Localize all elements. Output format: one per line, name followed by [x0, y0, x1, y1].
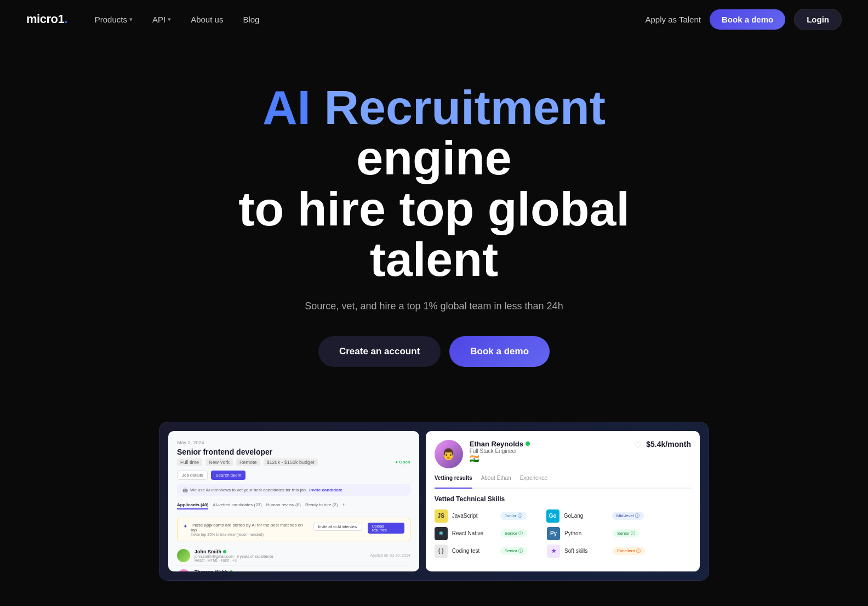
- react-icon: ⚛: [435, 527, 448, 540]
- invite-candidate-link[interactable]: Invite candidate: [309, 488, 342, 492]
- profile-name: Ethan Reynolds: [470, 440, 635, 448]
- apply-talent-link[interactable]: Apply as Talent: [646, 15, 701, 24]
- book-demo-hero-button[interactable]: Book a demo: [449, 336, 550, 367]
- profile-tabs: Vetting results About Ethan Experience: [435, 475, 691, 489]
- create-account-button[interactable]: Create an account: [318, 336, 441, 367]
- tab-vetting[interactable]: Vetting results: [435, 475, 472, 489]
- job-tags: Full time New York Remote $120k - $150k …: [177, 458, 410, 466]
- tab-more[interactable]: +: [342, 501, 345, 509]
- nav-link-products[interactable]: Products ▾: [87, 10, 140, 29]
- tab-applicants[interactable]: Applicants (40): [177, 501, 208, 509]
- nav-link-about[interactable]: About us: [183, 10, 231, 29]
- profile-role: Full Stack Engineer: [470, 448, 635, 454]
- nav-left: micro1. Products ▾ API ▾ About us Blog: [26, 10, 267, 29]
- candidate-name: Theresa Webb: [195, 569, 366, 571]
- book-demo-nav-button[interactable]: Book a demo: [710, 9, 785, 30]
- job-header: May 2, 2024 Senior frontend developer Fu…: [177, 440, 410, 496]
- candidate-info: Theresa Webb theresarobin@gmail.com · 6 …: [195, 569, 366, 571]
- coding-icon: { }: [435, 545, 448, 558]
- sort-notice-text: These applicants are sorted by AI for th…: [191, 523, 310, 533]
- status-badge: ● Open: [395, 460, 410, 465]
- nav-right: Apply as Talent Book a demo Login: [646, 9, 842, 30]
- tab-ai-vetted[interactable]: AI-vetted candidates (23): [213, 501, 261, 509]
- hero-subtitle: Source, vet, and hire a top 1% global te…: [305, 301, 563, 312]
- online-status-icon: [526, 441, 530, 446]
- ai-banner-icon: 🤖: [182, 488, 188, 492]
- skill-badge: Junior ⓘ: [500, 512, 527, 520]
- heart-icon[interactable]: ♡: [634, 440, 642, 450]
- candidate-info: John Smith john.smith@gmail.com · 9 year…: [195, 549, 366, 562]
- hero-title-line2: to hire top global: [238, 182, 630, 236]
- logo-dot: .: [64, 12, 67, 26]
- chevron-down-icon: ▾: [168, 16, 171, 23]
- sort-notice-content: These applicants are sorted by AI for th…: [191, 523, 310, 536]
- skill-row: ⚛ React Native Senior ⓘ Py Python Senior…: [435, 527, 691, 540]
- job-tag: Remote: [236, 458, 260, 466]
- chevron-down-icon: ▾: [129, 16, 133, 23]
- candidate-row: Theresa Webb theresarobin@gmail.com · 6 …: [177, 566, 410, 571]
- verified-icon: [230, 570, 233, 571]
- navbar: micro1. Products ▾ API ▾ About us Blog A…: [0, 0, 868, 38]
- left-panel: May 2, 2024 Senior frontend developer Fu…: [168, 431, 419, 571]
- skill-name: Python: [564, 530, 608, 536]
- skills-section-title: Vetted Technical Skills: [435, 495, 691, 503]
- flag-icon: 🇮🇳: [470, 454, 635, 463]
- skills-grid: JS JavaScript Junior ⓘ Go GoLang Mid-lev…: [435, 509, 691, 558]
- logo[interactable]: micro1.: [26, 12, 67, 26]
- hero-title-talent: talent: [370, 232, 499, 286]
- js-icon: JS: [435, 509, 448, 523]
- skill-badge: Senior ⓘ: [613, 529, 639, 537]
- candidate-name: John Smith: [195, 549, 366, 554]
- hero-title: AI Recruitment engine to hire top global…: [187, 82, 681, 285]
- dashboard-preview: May 2, 2024 Senior frontend developer Fu…: [133, 422, 735, 581]
- nav-links: Products ▾ API ▾ About us Blog: [87, 10, 267, 29]
- tab-ready-hire[interactable]: Ready to hire (2): [305, 501, 338, 509]
- search-talent-button[interactable]: Search talent: [211, 471, 245, 480]
- profile-avatar: 👨: [435, 440, 463, 468]
- profile-price: $5.4k/month: [646, 440, 691, 449]
- right-panel: 👨 Ethan Reynolds Full Stack Engineer 🇮🇳 …: [426, 431, 700, 571]
- nav-link-blog[interactable]: Blog: [235, 10, 267, 29]
- go-icon: Go: [546, 509, 559, 523]
- profile-info: Ethan Reynolds Full Stack Engineer 🇮🇳: [470, 440, 635, 463]
- skill-name: Soft skills: [564, 548, 608, 554]
- hero-title-engine: engine: [356, 131, 512, 185]
- skill-name: React Native: [452, 530, 496, 536]
- skill-badge: Mid-level ⓘ: [612, 512, 644, 520]
- hero-title-ai: AI: [262, 80, 324, 134]
- avatar: [177, 549, 190, 562]
- job-tag: $120k - $150k budget: [264, 458, 318, 466]
- dashboard-container: May 2, 2024 Senior frontend developer Fu…: [159, 422, 709, 581]
- sort-notice-sub: Invite top 25% to interview (recommended…: [191, 533, 310, 536]
- tab-human-review[interactable]: Human review (8): [266, 501, 301, 509]
- tab-experience[interactable]: Experience: [520, 475, 547, 483]
- skill-name: GoLang: [564, 513, 608, 519]
- job-tag: New York: [205, 458, 233, 466]
- candidate-row: John Smith john.smith@gmail.com · 9 year…: [177, 546, 410, 566]
- candidate-date: Applied on Jul 20, 2024: [370, 553, 410, 557]
- candidate-skills: React · HTML · Nuxt · +3: [195, 558, 366, 562]
- soft-skills-icon: ★: [547, 545, 560, 558]
- job-details-button[interactable]: Job details: [177, 471, 208, 480]
- job-title: Senior frontend developer: [177, 448, 410, 456]
- hero-section: AI Recruitment engine to hire top global…: [0, 38, 868, 400]
- skill-badge: Excellent ⓘ: [613, 547, 645, 555]
- upload-resumes-button[interactable]: Upload resumes: [368, 523, 404, 534]
- sort-notice-icon: ✦: [183, 523, 187, 529]
- skill-row: { } Coding test Senior ⓘ ★ Soft skills E…: [435, 545, 691, 558]
- hero-title-recruitment: Recruitment: [324, 80, 606, 134]
- job-actions: Job details Search talent: [177, 471, 410, 480]
- candidate-meta: john.smith@gmail.com · 9 years of experi…: [195, 554, 366, 558]
- tabs-row: Applicants (40) AI-vetted candidates (23…: [177, 501, 410, 513]
- avatar: [177, 569, 190, 571]
- job-date: May 2, 2024: [177, 440, 410, 445]
- nav-link-api[interactable]: API ▾: [145, 10, 179, 29]
- skill-name: Coding test: [452, 548, 496, 554]
- login-button[interactable]: Login: [794, 9, 842, 30]
- ai-banner-text: We use AI interviews to vet your best ca…: [190, 488, 307, 492]
- invite-ai-button[interactable]: Invite all to AI interview: [313, 523, 362, 531]
- tab-about[interactable]: About Ethan: [481, 475, 511, 483]
- skill-badge: Senior ⓘ: [500, 547, 527, 555]
- profile-header: 👨 Ethan Reynolds Full Stack Engineer 🇮🇳 …: [435, 440, 691, 468]
- skill-badge: Senior ⓘ: [500, 529, 527, 537]
